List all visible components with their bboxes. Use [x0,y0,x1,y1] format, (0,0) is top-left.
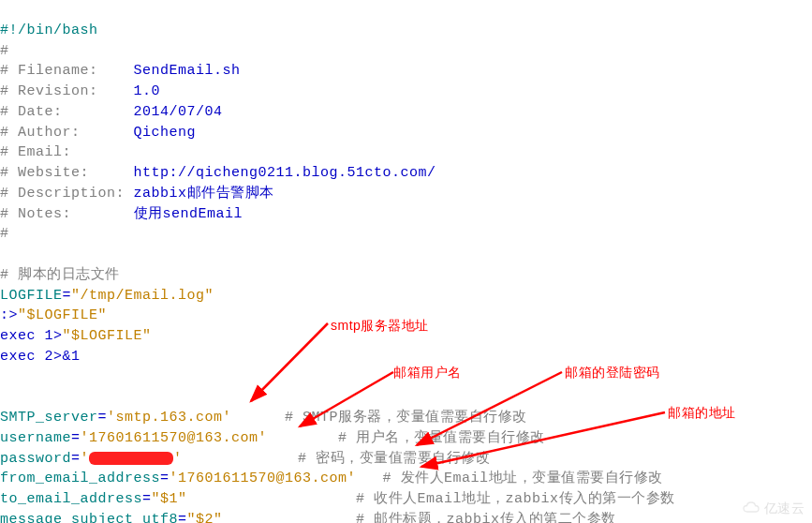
email-label: # Email: [0,144,71,160]
password-suffix: ' [173,451,183,467]
username-val: '17601611570@163.com' [81,430,268,446]
subj-cmt: # 邮件标题，zabbix传入的第二个参数 [356,512,616,523]
exec2b: 2>&1 [45,349,81,365]
from-var: from_email_address [0,471,160,486]
annotation-addr: 邮箱的地址 [668,403,736,422]
password-cmt: # 密码，变量值需要自行修改 [298,451,490,467]
logfile-val: "/tmp/Email.log" [71,288,214,304]
hash-line: # [0,43,9,59]
notes-label: # Notes: [0,206,134,222]
annotation-user: 邮箱用户名 [393,363,462,381]
password-var: password [0,451,71,467]
website-label: # Website: [0,165,134,181]
smtp-val: 'smtp.163.com' [107,410,231,426]
shebang-line: #!/bin/bash [0,22,98,38]
smtp-cmt: # SMTP服务器，变量值需要自行修改 [285,410,527,426]
from-cmt: # 发件人Email地址，变量值需要自行修改 [383,471,663,486]
revision-label: # Revision: [0,83,134,99]
cloud-icon [742,501,760,515]
exec1b: 1> [45,328,63,344]
author-value: Qicheng [134,125,197,141]
redir-op: :> [0,307,18,323]
to-var: to_email_address [0,491,142,507]
section-comment: # 脚本的日志文件 [0,267,120,283]
hash-line-2: # [0,226,9,242]
watermark: 亿速云 [742,499,805,517]
logfile-var: LOGFILE [0,288,63,304]
filename-value: SendEmail.sh [134,63,241,79]
username-var: username [0,430,71,446]
watermark-text: 亿速云 [764,499,805,517]
subj-val: "$2" [187,512,223,523]
to-cmt: # 收件人Email地址，zabbix传入的第一个参数 [356,491,675,507]
smtp-var: SMTP_server [0,410,98,426]
subj-var: message_subject_utf8 [0,512,178,523]
annotation-pass: 邮箱的登陆密码 [565,363,660,381]
description-label: # Description: [0,186,134,202]
redir-target: "$LOGFILE" [18,307,107,323]
password-censored [89,452,173,465]
date-label: # Date: [0,104,134,120]
website-value: http://qicheng0211.blog.51cto.com/ [134,165,436,181]
author-label: # Author: [0,125,134,141]
exec2a: exec [0,349,45,365]
eq: = [63,288,72,304]
notes-value: 使用sendEmail [134,206,244,222]
revision-value: 1.0 [134,83,161,99]
script-source: #!/bin/bash # # Filename: SendEmail.sh #… [0,0,812,523]
exec1a: exec [0,328,45,344]
description-value: zabbix邮件告警脚本 [134,186,274,202]
annotation-smtp: smtp服务器地址 [331,316,429,335]
username-cmt: # 用户名，变量值需要自行修改 [338,430,545,446]
password-prefix: ' [81,451,90,467]
to-val: "$1" [152,491,187,507]
exec1c: "$LOGFILE" [63,328,152,344]
from-val: '17601611570@163.com' [170,471,357,486]
date-value: 2014/07/04 [134,104,223,120]
filename-label: # Filename: [0,63,134,79]
